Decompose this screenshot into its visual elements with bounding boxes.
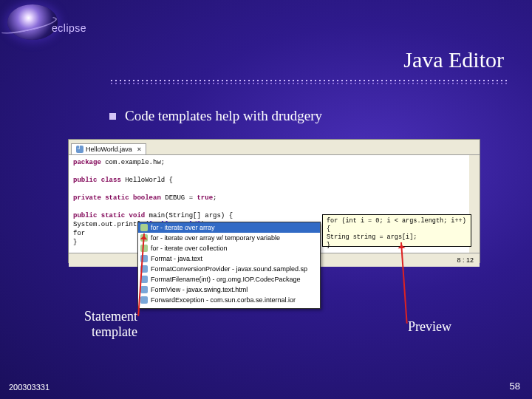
class-icon [140,286,148,293]
callout-label-statement: Statement template [66,309,137,340]
overview-marker-icon [472,185,478,191]
bullet-text: Code templates help with drudgery [125,108,322,124]
proposal-item[interactable]: FormView - javax.swing.text.html [138,284,320,295]
java-file-icon [76,146,83,153]
proposal-item[interactable]: for - iterate over array w/ temporary va… [138,233,320,243]
divider-dots-shadow [109,83,508,84]
proposal-item[interactable]: for - iterate over collection [138,243,320,253]
editor-tab-bar: HelloWorld.java × [69,140,480,155]
slide-title: Java Editor [403,47,504,72]
editor-tab[interactable]: HelloWorld.java × [71,143,146,154]
preview-line: String string = args[i]; [327,233,467,242]
callout-label-preview: Preview [408,319,451,335]
logo-text: eclipse [52,22,86,34]
template-icon [140,224,148,231]
proposal-item[interactable]: Format - java.text [138,253,320,264]
preview-line: } [327,242,467,250]
divider-dots [109,80,508,81]
preview-line: for (int i = 0; i < args.length; i++) { [327,217,467,233]
proposal-item[interactable]: for - iterate over array [138,222,320,233]
bullet-item: Code templates help with drudgery [109,108,322,124]
cursor-position: 8 : 12 [457,256,474,264]
content-assist-popup[interactable]: for - iterate over array for - iterate o… [137,222,321,309]
slide-number: 58 [510,381,520,392]
eclipse-logo: eclipse [6,6,87,43]
footer-id: 200303331 [9,383,50,392]
class-icon [140,296,148,304]
proposal-item[interactable]: FormatConversionProvider - javax.sound.s… [138,264,320,274]
proposal-item[interactable]: ForwardException - com.sun.corba.se.inte… [138,295,320,305]
bullet-square-icon [109,113,116,120]
close-icon[interactable]: × [137,146,141,153]
proposal-item[interactable]: FormatFilename(int) - org.omg.IOP.CodecP… [138,274,320,284]
tab-filename: HelloWorld.java [86,146,132,153]
